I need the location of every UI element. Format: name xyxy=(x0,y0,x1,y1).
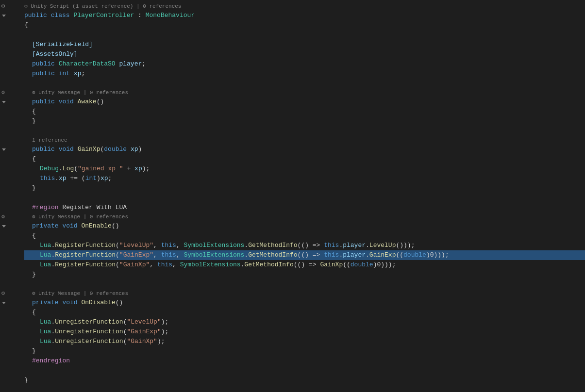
code-line: } xyxy=(24,270,585,279)
code-line: { xyxy=(24,308,585,317)
code-line: { xyxy=(24,20,585,30)
code-line: ⚙ Unity Script (1 asset reference) | 0 r… xyxy=(24,2,585,11)
code-line xyxy=(24,79,585,88)
code-line: 1 reference xyxy=(24,136,585,145)
code-line: private void OnDisable() xyxy=(24,298,585,308)
code-line: Debug.Log("gained xp " + xp); xyxy=(24,164,585,174)
code-line: Lua.RegisterFunction("GainExp", this, Sy… xyxy=(24,250,585,260)
code-line: { xyxy=(24,154,585,164)
code-line: #endregion xyxy=(24,356,585,366)
code-line: Lua.UnregisterFunction("LevelUp"); xyxy=(24,317,585,327)
code-line: #region Register With LUA xyxy=(24,203,585,212)
code-line: public void Awake() xyxy=(24,97,585,107)
code-line xyxy=(24,30,585,40)
code-editor[interactable]: ⚙ Unity Script (1 asset reference) | 0 r… xyxy=(0,0,585,392)
code-line: public void GainXp(double xp) xyxy=(24,145,585,154)
code-line: [AssetsOnly] xyxy=(24,49,585,59)
code-line: Lua.RegisterFunction("GainXp", this, Sym… xyxy=(24,260,585,270)
code-line: Lua.UnregisterFunction("GainExp"); xyxy=(24,327,585,337)
code-line: } xyxy=(24,183,585,193)
code-line: } xyxy=(24,346,585,356)
code-line: { xyxy=(24,107,585,116)
code-line: private void OnEnable() xyxy=(24,221,585,231)
code-line: { xyxy=(24,231,585,241)
code-line: public class PlayerController : MonoBeha… xyxy=(24,11,585,20)
code-line: public CharacterDataSO player; xyxy=(24,59,585,69)
code-line: Lua.RegisterFunction("LevelUp", this, Sy… xyxy=(24,241,585,250)
code-line: [SerializeField] xyxy=(24,40,585,49)
code-line: this.xp += (int)xp; xyxy=(24,174,585,183)
code-line: } xyxy=(24,116,585,126)
code-line: ⚙ Unity Message | 0 references xyxy=(24,289,585,298)
code-line xyxy=(24,279,585,289)
code-line xyxy=(24,126,585,136)
code-line: ⚙ Unity Message | 0 references xyxy=(24,212,585,221)
code-line: public int xp; xyxy=(24,69,585,79)
code-line xyxy=(24,193,585,203)
code-line: Lua.UnregisterFunction("GainXp"); xyxy=(24,337,585,346)
code-line: ⚙ Unity Message | 0 references xyxy=(24,88,585,97)
code-line: } xyxy=(24,376,585,385)
code-line xyxy=(24,366,585,376)
